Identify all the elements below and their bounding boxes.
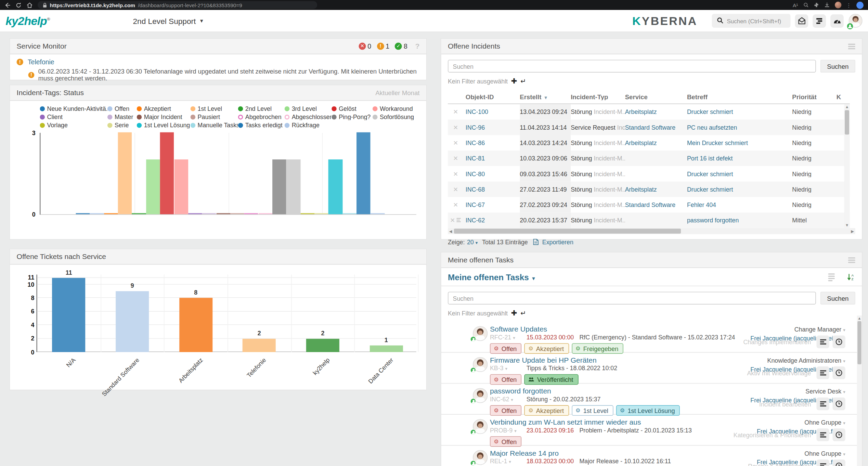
bar[interactable]: [371, 213, 385, 214]
scroll-up-icon[interactable]: ▲: [844, 104, 850, 109]
legend-item[interactable]: Tasks erledigt: [238, 122, 285, 128]
column-header[interactable]: Objekt-ID: [466, 93, 520, 100]
subject-link[interactable]: Fehler 404: [687, 202, 716, 208]
panel-menu-icon[interactable]: [848, 43, 855, 49]
task-group-selector[interactable]: Knowledge Administratoren ▾: [750, 357, 845, 365]
legend-item[interactable]: Offen: [107, 105, 137, 112]
address-bar[interactable]: https://vertrieb3.t1de.ky2help.com/dashb…: [38, 1, 317, 9]
scroll-left-icon[interactable]: ◀: [448, 228, 453, 234]
close-icon[interactable]: ✕: [450, 217, 455, 223]
bar[interactable]: [314, 213, 328, 214]
global-search-input[interactable]: [727, 17, 786, 24]
mail-button[interactable]: [795, 14, 808, 27]
service-link[interactable]: Arbeitsplatz: [625, 108, 657, 115]
bar[interactable]: [90, 213, 104, 214]
scroll-down-icon[interactable]: ▼: [844, 222, 850, 228]
task-title-link[interactable]: Software Updates: [490, 325, 547, 333]
page-size-select[interactable]: 20 ▾: [467, 238, 478, 245]
bar[interactable]: [216, 213, 230, 214]
legend-item[interactable]: Gelöst: [332, 105, 373, 112]
incident-id-link[interactable]: INC-96: [466, 124, 485, 130]
close-icon[interactable]: ✕: [453, 186, 458, 192]
queues-button[interactable]: [813, 14, 826, 27]
legend-item[interactable]: Master: [107, 114, 137, 120]
home-icon[interactable]: [27, 2, 33, 8]
table-row[interactable]: ✕INC-6727.02.2023 09:24Störung Incident-…: [448, 197, 850, 212]
task-group-selector[interactable]: Change Manager ▾: [750, 325, 845, 334]
table-row[interactable]: ✕INC-8110.03.2023 09:06Störung Incident-…: [448, 151, 850, 166]
legend-item[interactable]: 2nd Level: [238, 105, 285, 112]
bar[interactable]: [342, 213, 357, 214]
incident-id-link[interactable]: INC-81: [466, 155, 485, 161]
bar[interactable]: [160, 132, 174, 214]
task-ref[interactable]: KB-3 ▾: [490, 365, 527, 371]
task-title-link[interactable]: Verbindung zum W-Lan setzt immer wieder …: [490, 418, 641, 426]
table-row[interactable]: ✕INC-9611.04.2023 14:14Service Request I…: [448, 119, 850, 135]
bar[interactable]: [370, 345, 403, 352]
search-input[interactable]: [448, 60, 816, 73]
service-link[interactable]: Standard Software: [625, 124, 675, 130]
horizontal-scrollbar[interactable]: ◀ ▶: [448, 228, 855, 234]
task-menu-button[interactable]: [817, 459, 829, 466]
close-icon[interactable]: ✕: [453, 124, 458, 130]
subject-link[interactable]: Drucker schmiert: [687, 108, 733, 115]
subject-link[interactable]: Drucker schmiert: [687, 170, 733, 177]
task-time-button[interactable]: [832, 335, 845, 348]
bar[interactable]: [116, 291, 149, 352]
bar[interactable]: [174, 160, 188, 215]
incident-id-link[interactable]: INC-67: [466, 202, 485, 208]
task-item[interactable]: Verbindung zum W-Lan setzt immer wieder …: [441, 415, 862, 446]
app-logo[interactable]: ky2help®: [5, 14, 50, 27]
search-button[interactable]: Suchen: [820, 292, 855, 305]
vertical-scrollbar[interactable]: ▲: [857, 315, 862, 466]
bar[interactable]: [132, 213, 146, 214]
bar[interactable]: [52, 278, 86, 352]
bar[interactable]: [258, 213, 272, 214]
vertical-scrollbar[interactable]: ▲ ▼: [844, 104, 850, 228]
bar[interactable]: [244, 213, 258, 214]
download-icon[interactable]: [824, 2, 829, 8]
legend-item[interactable]: Workaround: [373, 105, 421, 112]
incident-id-link[interactable]: INC-80: [466, 170, 485, 177]
browser-profile-avatar[interactable]: [834, 2, 841, 8]
task-menu-button[interactable]: [817, 366, 829, 379]
subject-link[interactable]: PC neu aufsetzten: [687, 124, 737, 130]
task-group-selector[interactable]: Ohne Gruppe ▾: [757, 418, 845, 427]
column-header[interactable]: Priorität: [792, 93, 836, 100]
legend-item[interactable]: Akzeptiert: [137, 105, 191, 112]
bar[interactable]: [104, 213, 118, 214]
subject-link[interactable]: Port 16 ist defekt: [687, 155, 733, 161]
subject-link[interactable]: password forgotten: [687, 217, 739, 223]
extensions-icon[interactable]: [814, 2, 819, 8]
bar[interactable]: [286, 160, 300, 215]
status-tag[interactable]: ⚙1st Level: [572, 405, 613, 416]
task-title-link[interactable]: Major Release 14 pro: [490, 449, 559, 457]
task-menu-button[interactable]: [817, 428, 829, 441]
task-title-link[interactable]: password forgotten: [490, 387, 551, 395]
close-icon[interactable]: ✕: [453, 139, 458, 146]
legend-item[interactable]: Abgeschlossen: [285, 114, 332, 120]
export-link[interactable]: Exportieren: [542, 238, 573, 245]
add-filter-icon[interactable]: ✚: [511, 309, 517, 317]
legend-item[interactable]: Abgebrochen: [238, 114, 285, 120]
table-row[interactable]: ✕INC-10013.04.2023 09:24Störung Incident…: [448, 104, 850, 119]
add-filter-icon[interactable]: ✚: [511, 77, 517, 85]
task-time-button[interactable]: [832, 366, 845, 379]
alert-service-link[interactable]: Telefonie: [28, 58, 54, 66]
legend-item[interactable]: Sofortlösung: [373, 114, 421, 120]
legend-item[interactable]: Manuelle Tasks: [191, 122, 238, 128]
column-header[interactable]: Erstellt▼: [520, 93, 571, 100]
task-time-button[interactable]: [832, 398, 845, 410]
task-ref[interactable]: RFC-21 ▾: [490, 334, 527, 340]
avatar[interactable]: [848, 14, 862, 27]
bar[interactable]: [230, 213, 244, 214]
legend-item[interactable]: Serie: [107, 122, 137, 128]
bar[interactable]: [300, 213, 314, 214]
font-size-icon[interactable]: A¹: [793, 2, 798, 8]
table-row[interactable]: ✕INC-8009.03.2023 15:46Störung Incident-…: [448, 166, 850, 181]
legend-item[interactable]: Neue Kunden-Aktivitä...: [40, 105, 107, 112]
reload-icon[interactable]: [15, 2, 22, 8]
task-menu-button[interactable]: [817, 398, 829, 410]
bar[interactable]: [179, 298, 212, 352]
table-row[interactable]: ✕INC-6827.02.2023 11:49Störung Incident-…: [448, 182, 850, 197]
